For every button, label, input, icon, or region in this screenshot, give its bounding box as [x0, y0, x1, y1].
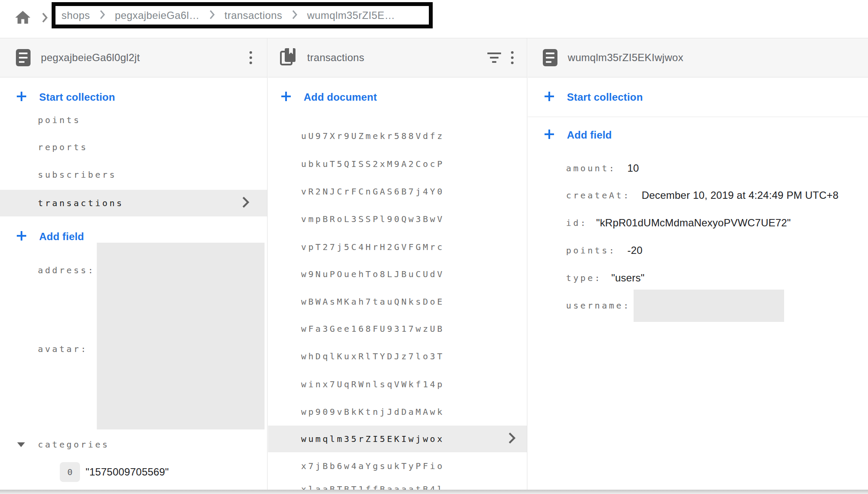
document-row[interactable]: vR2NJCrFCnGAS6B7j4Y0	[301, 182, 527, 201]
document-row[interactable]: whDqlKuxRlTYDJz7lo3T	[301, 347, 527, 366]
chevron-right-icon	[99, 9, 105, 22]
collection-item[interactable]: subscribers	[38, 165, 267, 184]
document-row[interactable]: vmpBRoL3SSPl90Qw3BwV	[301, 210, 527, 228]
document-panel-header: wumqlm35rZI5EKIwjwox	[528, 38, 868, 77]
array-item-row[interactable]: 0 "1575009705569"	[0, 463, 267, 482]
bottom-edge-strip	[0, 490, 868, 494]
field-value[interactable]: "users"	[611, 272, 644, 284]
kebab-menu-icon[interactable]	[242, 48, 259, 67]
collection-item[interactable]: reports	[38, 138, 267, 157]
plus-icon	[543, 128, 556, 142]
document-row[interactable]: wp909vBkKtnjJdDaMAwk	[301, 402, 527, 421]
panel-title: transactions	[307, 52, 364, 64]
field-value[interactable]: 10	[628, 162, 639, 174]
field-value[interactable]: December 10, 2019 at 4:24:49 PM UTC+8	[642, 189, 839, 201]
document-row[interactable]: wBWAsMKah7tauQNksDoE	[301, 292, 527, 311]
firestore-data-viewer: shops pegxajbeieGa6l… transactions wumql…	[0, 0, 868, 494]
document-row[interactable]: winx7UqRWnlsqVWkf14p	[301, 375, 527, 394]
annotation-highlight-box: shops pegxajbeieGa6l… transactions wumql…	[52, 2, 433, 28]
firestore-panels: pegxajbeieGa6l0gl2jt Start collection po…	[0, 38, 868, 490]
chevron-right-icon	[209, 9, 215, 22]
field-row-type[interactable]: type: "users"	[566, 269, 868, 287]
field-value[interactable]: "kRpR01dUMcMdmaNexyoPVWC7UE72"	[596, 217, 791, 229]
field-row-categories[interactable]: categories	[0, 435, 267, 454]
document-icon	[16, 49, 31, 66]
shop-document-panel: pegxajbeieGa6l0gl2jt Start collection po…	[0, 38, 268, 490]
field-row-createAt[interactable]: createAt: December 10, 2019 at 4:24:49 P…	[566, 186, 868, 205]
document-row[interactable]: ubkuT5QISS2xM9A2CocP	[301, 154, 527, 173]
divider	[528, 117, 868, 117]
start-collection-button[interactable]: Start collection	[543, 88, 868, 107]
field-label: createAt:	[566, 190, 631, 201]
collection-icon	[280, 47, 297, 68]
field-label: points:	[566, 245, 616, 256]
chevron-right-icon	[292, 9, 298, 22]
document-icon	[543, 49, 557, 66]
breadcrumb: shops pegxajbeieGa6l… transactions wumql…	[0, 0, 868, 38]
field-value[interactable]: -20	[628, 244, 643, 256]
document-row[interactable]: vpT27j5C4HrH2GVFGMrc	[301, 238, 527, 256]
array-index-badge: 0	[60, 462, 80, 482]
plus-icon	[280, 90, 292, 105]
field-label: username:	[566, 300, 631, 311]
collection-item-selected[interactable]: transactions	[0, 190, 267, 216]
array-item-value[interactable]: "1575009705569"	[86, 466, 169, 478]
redacted-username-value	[634, 290, 784, 322]
chevron-right-icon	[508, 432, 516, 446]
document-row-selected[interactable]: wumqlm35rZI5EKIwjwox	[268, 426, 527, 452]
field-label: id:	[566, 218, 588, 228]
filter-icon[interactable]	[485, 48, 504, 67]
plus-icon	[543, 90, 556, 105]
breadcrumb-item-transactions[interactable]: transactions	[225, 9, 282, 22]
field-label: amount:	[566, 163, 616, 173]
document-row[interactable]: uU97Xr9UZmekr588Vdfz	[301, 127, 527, 145]
add-field-button[interactable]: Add field	[543, 126, 868, 145]
panel-title: pegxajbeieGa6l0gl2jt	[41, 52, 140, 64]
add-document-button[interactable]: Add document	[280, 88, 527, 107]
shop-document-panel-header: pegxajbeieGa6l0gl2jt	[0, 38, 267, 77]
home-icon[interactable]	[14, 9, 32, 28]
document-row[interactable]: w9NuPOuehTo8LJBuCUdV	[301, 265, 527, 284]
collapse-triangle-icon[interactable]	[17, 442, 25, 447]
document-row[interactable]: x7jBb6w4aYgsukTyPFio	[301, 457, 527, 475]
field-row-id[interactable]: id: "kRpR01dUMcMdmaNexyoPVWC7UE72"	[566, 213, 868, 232]
breadcrumb-item-document[interactable]: wumqlm35rZI5E…	[307, 9, 395, 22]
transactions-panel-header: transactions	[268, 38, 527, 77]
field-row-points[interactable]: points: -20	[566, 241, 868, 260]
redacted-field-values	[97, 243, 265, 429]
document-row-clipped[interactable]: xlaaBTBT1ffBaaaatB4l	[301, 484, 527, 490]
collection-item[interactable]: points	[38, 111, 267, 130]
plus-icon	[15, 229, 28, 244]
kebab-menu-icon[interactable]	[504, 48, 521, 67]
field-row-amount[interactable]: amount: 10	[566, 159, 868, 178]
panel-title: wumqlm35rZI5EKIwjwox	[568, 52, 683, 64]
document-row[interactable]: wFa3Gee168FU9317wzUB	[301, 319, 527, 338]
chevron-right-icon	[41, 12, 48, 25]
breadcrumb-item-shops[interactable]: shops	[62, 9, 90, 22]
transactions-collection-panel: transactions Add document uU97Xr9UZmekr5…	[268, 38, 527, 490]
breadcrumb-item-shop-id[interactable]: pegxajbeieGa6l…	[115, 9, 200, 22]
chevron-right-icon	[242, 196, 249, 210]
field-label: type:	[566, 273, 602, 283]
document-detail-panel: wumqlm35rZI5EKIwjwox Start collection Ad…	[528, 38, 868, 490]
plus-icon	[15, 90, 28, 105]
start-collection-button[interactable]: Start collection	[15, 88, 267, 107]
